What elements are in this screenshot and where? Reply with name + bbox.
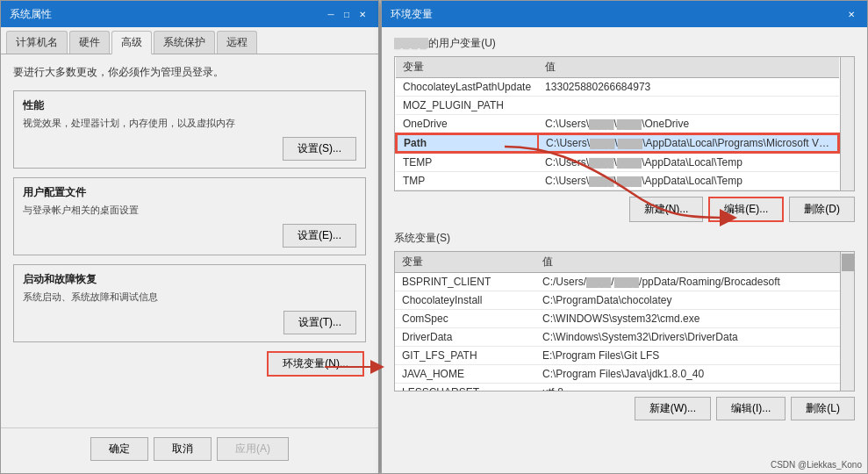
env-variables-window: 环境变量 ✕ ████的用户变量(U) 变量 值 — [381, 0, 868, 474]
sys-delete-button[interactable]: 删除(L) — [791, 397, 855, 420]
sys-vars-data: 变量 值 BSPRINT_CLIENT C:/Users/████/████/p… — [395, 252, 840, 391]
sys-var-name: BSPRINT_CLIENT — [395, 273, 535, 291]
sys-edit-button[interactable]: 编辑(I)... — [716, 397, 786, 420]
user-var-name: OneDrive — [396, 115, 538, 134]
user-var-row[interactable]: ChocolateyLastPathUpdate 133025880266684… — [396, 78, 839, 97]
notice-text: 要进行大多数更改，你必须作为管理员登录。 — [13, 65, 366, 80]
env-titlebar: 环境变量 ✕ — [382, 1, 867, 27]
user-var-row[interactable]: OneDrive C:\Users\████\████\OneDrive — [396, 115, 839, 134]
sys-col-value: 值 — [535, 252, 840, 273]
user-profiles-title: 用户配置文件 — [23, 185, 356, 200]
user-var-value: 133025880266684973 — [538, 78, 839, 97]
user-var-name: TMP — [396, 172, 538, 190]
sys-var-value: C:\ProgramData\chocolatey — [535, 291, 840, 310]
sys-var-value: C:\Windows\System32\Drivers\DriverData — [535, 328, 840, 347]
cancel-button[interactable]: 取消 — [154, 437, 212, 461]
bottom-buttons: 确定 取消 应用(A) — [1, 427, 378, 473]
user-edit-button[interactable]: 编辑(E)... — [708, 197, 784, 222]
sys-vars-scrollbar[interactable] — [840, 252, 854, 391]
user-var-name: MOZ_PLUGIN_PATH — [396, 97, 538, 115]
sys-var-value: utf-8 — [535, 384, 840, 391]
user-profiles-settings-button[interactable]: 设置(E)... — [283, 224, 356, 248]
sys-titlebar: 系统属性 ─ □ ✕ — [1, 1, 378, 27]
sys-var-name: ComSpec — [395, 310, 535, 328]
sys-var-value: C:\WINDOWS\system32\cmd.exe — [535, 310, 840, 328]
tab-remote[interactable]: 远程 — [217, 31, 257, 54]
titlebar-controls: ─ □ ✕ — [324, 7, 369, 21]
user-vars-title: ████的用户变量(U) — [394, 36, 855, 51]
maximize-button[interactable]: □ — [340, 7, 354, 21]
env-variables-button[interactable]: 环境变量(N)... — [267, 351, 364, 377]
tab-advanced[interactable]: 高级 — [111, 31, 152, 54]
user-var-value — [538, 97, 839, 115]
performance-title: 性能 — [23, 98, 356, 113]
user-vars-table: 变量 值 ChocolateyLastPathUpdate 1330258802… — [394, 56, 855, 191]
performance-settings-button[interactable]: 设置(S)... — [283, 137, 356, 161]
user-var-name: TEMP — [396, 153, 538, 172]
sys-var-value: C:/Users/████/████/ppData/Roaming/Brocad… — [535, 273, 840, 291]
user-delete-button[interactable]: 删除(D) — [789, 197, 855, 222]
user-var-value: C:\Users\████\████\AppData\Local\Temp — [538, 153, 839, 172]
performance-section: 性能 视觉效果，处理器计划，内存使用，以及虚拟内存 设置(S)... — [13, 90, 366, 169]
close-button[interactable]: ✕ — [355, 7, 369, 21]
sys-var-value: C:\Program Files\Java\jdk1.8.0_40 — [535, 365, 840, 384]
apply-button[interactable]: 应用(A) — [217, 437, 289, 461]
sys-var-row[interactable]: JAVA_HOME C:\Program Files\Java\jdk1.8.0… — [395, 365, 840, 384]
user-vars-buttons: 新建(N)... 编辑(E)... 删除(D) — [394, 197, 855, 222]
user-col-value: 值 — [538, 57, 839, 78]
env-titlebar-controls: ✕ — [844, 7, 858, 21]
sys-var-row[interactable]: DriverData C:\Windows\System32\Drivers\D… — [395, 328, 840, 347]
sys-var-name: JAVA_HOME — [395, 365, 535, 384]
user-var-value: C:\Users\████\████\AppData\Local\Temp — [538, 172, 839, 190]
user-var-row[interactable]: TMP C:\Users\████\████\AppData\Local\Tem… — [396, 172, 839, 190]
user-col-name: 变量 — [396, 57, 538, 78]
user-profiles-section: 用户配置文件 与登录帐户相关的桌面设置 设置(E)... — [13, 177, 366, 255]
sys-var-row[interactable]: ComSpec C:\WINDOWS\system32\cmd.exe — [395, 310, 840, 328]
sys-var-row[interactable]: BSPRINT_CLIENT C:/Users/████/████/ppData… — [395, 273, 840, 291]
sys-new-button[interactable]: 新建(W)... — [635, 397, 711, 420]
sys-vars-table: 变量 值 BSPRINT_CLIENT C:/Users/████/████/p… — [394, 251, 855, 391]
user-var-path-name: Path — [396, 133, 538, 153]
sys-content: 要进行大多数更改，你必须作为管理员登录。 性能 视觉效果，处理器计划，内存使用，… — [1, 54, 378, 427]
startup-desc: 系统启动、系统故障和调试信息 — [23, 291, 356, 304]
sys-var-row[interactable]: ChocolateyInstall C:\ProgramData\chocola… — [395, 291, 840, 310]
user-var-row[interactable]: MOZ_PLUGIN_PATH — [396, 97, 839, 115]
startup-settings-button[interactable]: 设置(T)... — [283, 311, 356, 334]
tab-hardware[interactable]: 硬件 — [69, 31, 110, 54]
startup-section: 启动和故障恢复 系统启动、系统故障和调试信息 设置(T)... — [13, 264, 366, 342]
user-profiles-desc: 与登录帐户相关的桌面设置 — [23, 204, 356, 217]
tab-systemprotection[interactable]: 系统保护 — [154, 31, 215, 54]
sys-var-name: LESSCHARSET — [395, 384, 535, 391]
system-properties-window: 系统属性 ─ □ ✕ 计算机名 硬件 高级 系统保护 远程 要进行大多数更改，你… — [0, 0, 379, 474]
sys-var-name: ChocolateyInstall — [395, 291, 535, 310]
sys-var-name: GIT_LFS_PATH — [395, 347, 535, 365]
env-title: 环境变量 — [391, 7, 433, 22]
sys-title: 系统属性 — [10, 7, 52, 22]
user-var-value: C:\Users\████\████\OneDrive — [538, 115, 839, 134]
ok-button[interactable]: 确定 — [90, 437, 148, 461]
sys-var-name: DriverData — [395, 328, 535, 347]
sys-var-row[interactable]: LESSCHARSET utf-8 — [395, 384, 840, 391]
sys-vars-buttons: 新建(W)... 编辑(I)... 删除(L) — [394, 397, 855, 420]
user-var-path-row[interactable]: Path C:\Users\████\████\AppData\Local\Pr… — [396, 133, 839, 153]
tab-computername[interactable]: 计算机名 — [6, 31, 68, 54]
user-vars-scrollbar[interactable] — [840, 57, 854, 190]
sys-var-row[interactable]: GIT_LFS_PATH E:\Program Files\Git LFS — [395, 347, 840, 365]
user-new-button[interactable]: 新建(N)... — [629, 197, 704, 222]
user-var-row[interactable]: TEMP C:\Users\████\████\AppData\Local\Te… — [396, 153, 839, 172]
startup-title: 启动和故障恢复 — [23, 272, 356, 287]
sys-vars-title: 系统变量(S) — [394, 231, 855, 246]
user-var-name: ChocolateyLastPathUpdate — [396, 78, 538, 97]
env-content: ████的用户变量(U) 变量 值 ChocolateyLastPathUpda… — [382, 27, 867, 458]
watermark: CSDN @Liekkas_Kono — [382, 458, 867, 473]
tab-strip: 计算机名 硬件 高级 系统保护 远程 — [1, 27, 378, 54]
user-var-path-value: C:\Users\████\████\AppData\Local\Program… — [538, 133, 839, 153]
user-vars-data: 变量 值 ChocolateyLastPathUpdate 1330258802… — [395, 57, 840, 190]
minimize-button[interactable]: ─ — [324, 7, 338, 21]
env-close-button[interactable]: ✕ — [844, 7, 858, 21]
performance-desc: 视觉效果，处理器计划，内存使用，以及虚拟内存 — [23, 117, 356, 130]
sys-var-value: E:\Program Files\Git LFS — [535, 347, 840, 365]
sys-col-name: 变量 — [395, 252, 535, 273]
